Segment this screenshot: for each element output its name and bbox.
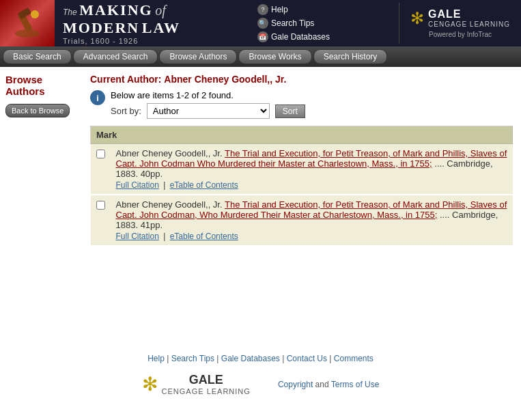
gale-databases-link[interactable]: 📅 Gale Databases bbox=[257, 31, 330, 42]
browse-authors-btn[interactable]: Browse Authors bbox=[159, 49, 237, 64]
advanced-search-btn[interactable]: Advanced Search bbox=[73, 49, 158, 64]
logo-of: of bbox=[155, 3, 166, 18]
footer-copyright: Copyright and Terms of Use bbox=[278, 380, 380, 389]
gale-logo-block: ✻ GALE CENGAGE LEARNING Powered by InfoT… bbox=[399, 3, 521, 44]
result-links-0: Full Citation | eTable of Contents bbox=[116, 180, 507, 190]
etable-link-1[interactable]: eTable of Contents bbox=[170, 232, 238, 241]
result-author-0: Abner Cheney Goodell,, Jr. bbox=[116, 148, 225, 158]
gale-top: ✻ GALE CENGAGE LEARNING bbox=[410, 8, 510, 28]
result-content-0: Abner Cheney Goodell,, Jr. The Trial and… bbox=[111, 144, 513, 195]
browse-works-btn[interactable]: Browse Works bbox=[238, 49, 311, 64]
infotrac-label: Powered by InfoTrac bbox=[429, 31, 492, 38]
result-author-1: Abner Cheney Goodell,, Jr. bbox=[116, 199, 225, 210]
header-right: ? Help 🔍 Search Tips 📅 Gale Databases bbox=[251, 0, 337, 48]
logo-subtitle: Trials, 1600 - 1926 bbox=[63, 37, 180, 45]
footer-comments[interactable]: Comments bbox=[334, 354, 374, 363]
current-author-label: Current Author: bbox=[90, 74, 161, 85]
search-history-btn[interactable]: Search History bbox=[313, 49, 388, 64]
result-links-1: Full Citation | eTable of Contents bbox=[116, 232, 507, 241]
footer-search-tips[interactable]: Search Tips bbox=[171, 354, 214, 363]
info-text: Below are items 1-2 of 2 found. Sort by:… bbox=[111, 90, 305, 119]
footer-gale-snowflake-icon: ✻ bbox=[142, 373, 158, 395]
footer-and: and bbox=[315, 380, 329, 389]
footer-links: Help | Search Tips | Gale Databases | Co… bbox=[0, 354, 521, 363]
footer-gale-databases[interactable]: Gale Databases bbox=[221, 354, 280, 363]
back-to-browse-btn[interactable]: Back to Browse bbox=[5, 104, 70, 117]
footer-logo: ✻ GALE CENGAGE LEARNING Copyright and Te… bbox=[0, 373, 521, 395]
gale-name: GALE bbox=[428, 8, 510, 20]
table-row: Abner Cheney Goodell,, Jr. The Trial and… bbox=[91, 144, 513, 195]
search-tips-link[interactable]: 🔍 Search Tips bbox=[257, 18, 314, 29]
footer-gale-name: GALE bbox=[162, 373, 251, 387]
gale-databases-label: Gale Databases bbox=[271, 32, 330, 42]
search-tips-icon: 🔍 bbox=[257, 18, 268, 29]
results-table: Mark Abner Cheney Goodell,, Jr. The Tria… bbox=[90, 126, 513, 247]
full-citation-link-1[interactable]: Full Citation bbox=[116, 232, 159, 241]
footer-contact-us[interactable]: Contact Us bbox=[287, 354, 327, 363]
gavel-logo bbox=[0, 0, 55, 46]
items-found: Below are items 1-2 of 2 found. bbox=[111, 90, 305, 100]
footer-gale-logo: ✻ GALE CENGAGE LEARNING bbox=[142, 373, 251, 395]
result-checkbox-1[interactable] bbox=[96, 201, 105, 210]
sort-button[interactable]: Sort bbox=[275, 104, 305, 118]
table-row: Abner Cheney Goodell,, Jr. The Trial and… bbox=[91, 195, 513, 246]
info-bar: i Below are items 1-2 of 2 found. Sort b… bbox=[90, 90, 513, 119]
result-checkbox-cell[interactable] bbox=[91, 195, 111, 246]
gale-databases-icon: 📅 bbox=[257, 31, 268, 42]
info-icon: i bbox=[90, 90, 105, 105]
search-tips-label: Search Tips bbox=[271, 18, 314, 28]
footer-gale-text: GALE CENGAGE LEARNING bbox=[162, 373, 251, 395]
table-header-mark: Mark bbox=[91, 126, 513, 144]
content-area: Current Author: Abner Cheney Goodell,, J… bbox=[82, 67, 521, 340]
result-separator-0: | bbox=[163, 180, 165, 190]
footer-cengage-label: CENGAGE LEARNING bbox=[162, 387, 251, 395]
footer-help[interactable]: Help bbox=[147, 354, 165, 363]
footer-terms-link[interactable]: Terms of Use bbox=[331, 380, 380, 389]
help-label: Help bbox=[271, 5, 288, 14]
footer-copyright-link[interactable]: Copyright bbox=[278, 380, 313, 389]
logo-making: MAKING bbox=[79, 1, 152, 18]
result-content-1: Abner Cheney Goodell,, Jr. The Trial and… bbox=[111, 195, 513, 246]
logo-modern: MODERN bbox=[63, 19, 139, 36]
current-author-value: Abner Cheney Goodell,, Jr. bbox=[164, 74, 286, 85]
help-link[interactable]: ? Help bbox=[257, 4, 288, 15]
sidebar: Browse Authors Back to Browse bbox=[0, 67, 82, 340]
etable-link-0[interactable]: eTable of Contents bbox=[170, 180, 238, 190]
basic-search-btn[interactable]: Basic Search bbox=[3, 49, 72, 64]
result-checkbox-0[interactable] bbox=[96, 150, 105, 158]
gale-sub: CENGAGE LEARNING bbox=[428, 20, 510, 28]
logo-the: The bbox=[63, 8, 77, 17]
current-author: Current Author: Abner Cheney Goodell,, J… bbox=[90, 74, 513, 85]
sort-row: Sort by: Author Sort bbox=[111, 103, 305, 119]
full-citation-link-0[interactable]: Full Citation bbox=[116, 180, 159, 190]
gale-snowflake-icon: ✻ bbox=[410, 9, 424, 28]
header: The MAKING of MODERN LAW Trials, 1600 - … bbox=[0, 0, 521, 46]
logo-text: The MAKING of MODERN LAW Trials, 1600 - … bbox=[55, 0, 188, 51]
sort-select[interactable]: Author bbox=[147, 103, 270, 119]
sidebar-title: Browse Authors bbox=[5, 74, 76, 97]
main: Browse Authors Back to Browse Current Au… bbox=[0, 67, 521, 340]
footer: Help | Search Tips | Gale Databases | Co… bbox=[0, 340, 521, 402]
navbar: Basic Search Advanced Search Browse Auth… bbox=[0, 46, 521, 67]
help-icon: ? bbox=[257, 4, 268, 15]
logo-law: LAW bbox=[142, 19, 180, 36]
header-left: The MAKING of MODERN LAW Trials, 1600 - … bbox=[0, 0, 188, 46]
result-checkbox-cell[interactable] bbox=[91, 144, 111, 195]
svg-point-3 bbox=[31, 10, 39, 18]
sort-label: Sort by: bbox=[111, 106, 141, 116]
result-separator-1: | bbox=[163, 232, 165, 241]
